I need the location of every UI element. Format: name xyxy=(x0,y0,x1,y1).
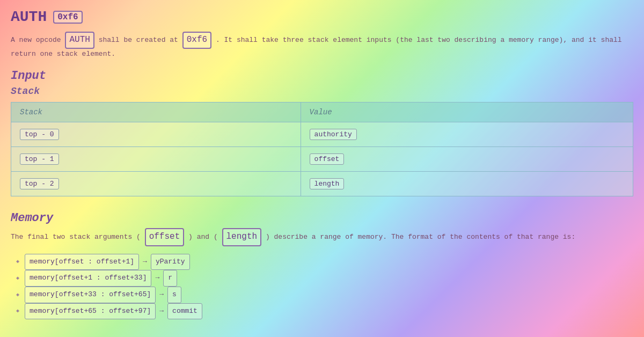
memory-arrow: → xyxy=(155,272,159,285)
memory-range-code: memory[offset : offset+1] xyxy=(25,254,139,270)
stack-value: top - 1 xyxy=(20,153,59,165)
memory-value: yParity xyxy=(151,254,190,270)
memory-list-item: memory[offset+33 : offset+65] → s xyxy=(11,287,633,303)
memory-value: s xyxy=(167,287,181,303)
memory-heading: Memory xyxy=(11,211,633,225)
memory-value: commit xyxy=(167,303,202,320)
opcode-name: AUTH xyxy=(11,9,47,25)
opcode-hex: 0xf6 xyxy=(53,11,82,24)
stack-cell: top - 2 xyxy=(11,172,301,196)
table-row: top - 2length xyxy=(11,172,633,196)
table-row: top - 0authority xyxy=(11,122,633,147)
input-heading: Input xyxy=(11,69,633,83)
desc-auth-code: AUTH xyxy=(65,32,94,49)
mem-desc-3: ) describe a range of memory. The format… xyxy=(266,233,575,241)
col-stack: Stack xyxy=(11,102,301,122)
memory-range-code: memory[offset+1 : offset+33] xyxy=(25,270,151,287)
desc-part-2: shall be created at xyxy=(99,36,182,44)
memory-section: Memory The final two stack arguments ( o… xyxy=(11,211,633,319)
memory-range-code: memory[offset+33 : offset+65] xyxy=(25,287,156,303)
mem-offset-code: offset xyxy=(145,228,185,246)
memory-range-code: memory[offset+65 : offset+97] xyxy=(25,303,156,320)
memory-arrow: → xyxy=(143,255,147,269)
mem-desc-2: ) and ( xyxy=(188,233,218,241)
stack-section: Stack Stack Value top - 0authoritytop - … xyxy=(11,86,633,196)
mem-length-code: length xyxy=(222,228,262,246)
memory-value: r xyxy=(163,270,177,287)
stack-value: top - 0 xyxy=(20,129,59,140)
desc-hex-code: 0xf6 xyxy=(182,32,211,49)
value-code: length xyxy=(310,178,345,189)
value-code: authority xyxy=(310,129,357,140)
page-title: AUTH 0xf6 xyxy=(11,9,633,25)
value-code: offset xyxy=(310,153,345,165)
page-description: A new opcode AUTH shall be created at 0x… xyxy=(11,32,633,60)
memory-list-item: memory[offset+65 : offset+97] → commit xyxy=(11,303,633,320)
stack-cell: top - 1 xyxy=(11,147,301,172)
memory-arrow: → xyxy=(159,305,164,318)
value-cell: offset xyxy=(301,147,633,172)
stack-table: Stack Value top - 0authoritytop - 1offse… xyxy=(11,102,633,196)
memory-list: memory[offset : offset+1] → yParitymemor… xyxy=(11,254,633,320)
desc-part-1: A new opcode xyxy=(11,36,65,44)
stack-cell: top - 0 xyxy=(11,122,301,147)
memory-list-item: memory[offset+1 : offset+33] → r xyxy=(11,270,633,287)
table-header-row: Stack Value xyxy=(11,102,633,122)
stack-heading: Stack xyxy=(11,86,633,97)
value-cell: authority xyxy=(301,122,633,147)
value-cell: length xyxy=(301,172,633,196)
memory-list-item: memory[offset : offset+1] → yParity xyxy=(11,254,633,270)
memory-arrow: → xyxy=(159,288,164,302)
mem-desc-1: The final two stack arguments ( xyxy=(11,233,141,241)
memory-description: The final two stack arguments ( offset )… xyxy=(11,228,633,246)
stack-value: top - 2 xyxy=(20,178,59,189)
col-value: Value xyxy=(301,102,633,122)
table-row: top - 1offset xyxy=(11,147,633,172)
